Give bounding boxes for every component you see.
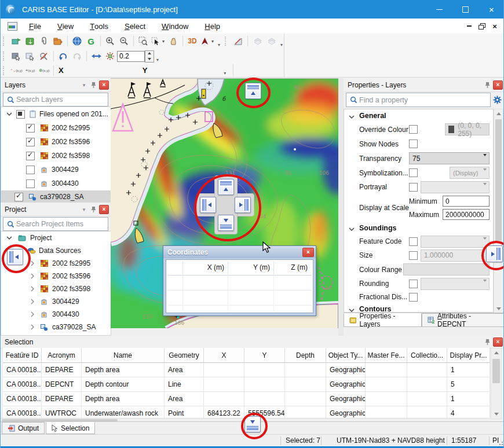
toolbar-overflow-icon[interactable]: ▾ (154, 57, 161, 63)
mdi-document-icon[interactable] (8, 22, 17, 31)
snap-tolerance-icon[interactable] (103, 50, 117, 63)
close-button[interactable]: × (479, 0, 504, 19)
column-feature-id[interactable]: Feature ID (3, 348, 42, 362)
select-by-area-icon[interactable] (23, 50, 37, 63)
minimize-button[interactable] (426, 0, 452, 19)
clear-selection-icon[interactable] (37, 50, 51, 63)
collapse-icon[interactable] (5, 234, 14, 242)
google-earth-icon[interactable]: G (84, 35, 98, 47)
size-input[interactable]: 1.000000 (421, 249, 490, 262)
rounding-checkbox[interactable] (409, 280, 418, 288)
menu-select[interactable]: Select (116, 19, 154, 34)
layer-checkbox[interactable] (16, 110, 25, 119)
column-geometry[interactable]: Geometry (165, 348, 204, 362)
expand-icon[interactable] (28, 285, 37, 293)
new-basefile-icon[interactable] (9, 35, 23, 47)
menu-tools[interactable]: Tools (82, 19, 116, 34)
layer-item-2002-fs2995[interactable]: 2002 fs2995 (1, 121, 111, 135)
selection-vertical-scrollbar[interactable] (491, 348, 502, 419)
table-row[interactable]: CA 00018...DEPCNTDepth contourLineGeogra… (3, 377, 490, 392)
compare-layers-icon[interactable] (250, 35, 264, 47)
splitter[interactable] (338, 78, 344, 336)
collapse-icon[interactable] (5, 110, 14, 118)
export-data-icon[interactable] (51, 35, 65, 47)
project-root-row[interactable]: Project (1, 232, 111, 244)
column-name[interactable]: Name (82, 348, 165, 362)
layer-item-ca379028-SA[interactable]: ca379028_SA (1, 190, 111, 203)
layer-item-3004430[interactable]: 3004430 (1, 177, 111, 190)
show-nodes-checkbox[interactable] (409, 139, 418, 148)
previous-view-icon[interactable] (56, 50, 70, 63)
scrollbar-thumb[interactable] (492, 359, 500, 383)
panel-menu-icon[interactable]: ▾ (79, 207, 89, 212)
layer-checkbox[interactable] (26, 124, 35, 133)
tab-output[interactable]: Output (2, 422, 45, 434)
maximum-input[interactable]: 2000000000 (443, 209, 490, 220)
column-x[interactable]: X (204, 348, 244, 362)
size-checkbox[interactable] (409, 251, 418, 260)
scroll-up-icon[interactable] (494, 109, 503, 118)
property-search[interactable] (346, 93, 491, 107)
layer-item-3004429[interactable]: 3004429 (1, 163, 111, 177)
expand-icon[interactable] (28, 310, 37, 318)
property-settings-gear-icon[interactable] (492, 94, 502, 105)
snap-tolerance-stepper[interactable] (145, 50, 154, 63)
menu-view[interactable]: View (49, 19, 82, 34)
north-arrow-icon[interactable] (199, 35, 210, 47)
pan-icon[interactable] (166, 35, 180, 47)
close-panel-icon[interactable]: × (99, 80, 109, 90)
properties-scrollbar[interactable] (494, 109, 503, 314)
project-item-2002-fs3598[interactable]: 2002 fs3598 (1, 282, 111, 295)
close-panel-icon[interactable]: × (493, 80, 503, 90)
scroll-down-icon[interactable] (491, 410, 501, 418)
coordinate-add-icon[interactable]: +(x,y) (23, 64, 37, 77)
layer-checkbox[interactable] (26, 138, 35, 146)
column-y[interactable]: Y (244, 348, 285, 362)
menu-file[interactable]: File (21, 19, 49, 34)
open-data-icon[interactable] (23, 35, 37, 47)
column-collection[interactable]: Collectio... (407, 348, 447, 362)
pin-icon[interactable] (483, 82, 492, 89)
fit-width-icon[interactable] (89, 50, 103, 63)
expand-icon[interactable] (28, 323, 37, 331)
zoom-in-icon[interactable] (103, 35, 117, 47)
layers-search[interactable] (3, 93, 108, 107)
north-arrow-dropdown-icon[interactable]: ▾ (210, 39, 216, 44)
column-object-type[interactable]: Object Ty... (326, 348, 366, 362)
column-depth[interactable]: Depth (285, 348, 326, 362)
zoom-window-icon[interactable] (136, 35, 150, 47)
property-search-input[interactable] (358, 96, 490, 105)
project-item-ca379028-SA[interactable]: ca379028_SA (1, 321, 111, 333)
next-view-icon[interactable] (70, 50, 84, 63)
tab-selection[interactable]: Selection (46, 422, 95, 434)
scrollbar-thumb[interactable] (495, 119, 502, 241)
feature-code-combo[interactable] (421, 236, 490, 248)
toolbar-grip[interactable] (3, 36, 6, 46)
layer-checkbox[interactable] (26, 179, 35, 188)
zoom-out-icon[interactable] (117, 35, 131, 47)
toolbar-overflow-icon[interactable]: ▾ (216, 42, 222, 47)
maximize-button[interactable] (452, 0, 479, 19)
column-display-priority[interactable]: Display Pr... (447, 348, 490, 362)
layer-checkbox[interactable] (26, 152, 35, 160)
tab-properties-layers[interactable]: Properties - Layers (344, 313, 422, 327)
stepper-up-icon[interactable] (145, 51, 154, 57)
expand-icon[interactable] (28, 272, 37, 280)
coordinate-entry-icon[interactable]: ⌃⌄(x,y) (9, 64, 23, 77)
stepper-down-icon[interactable] (145, 56, 154, 62)
column-master-feature[interactable]: Master Fe... (366, 348, 407, 362)
snap-tolerance-input[interactable] (117, 51, 145, 62)
coordinates-close-icon[interactable]: × (302, 248, 314, 257)
mdi-restore-button[interactable] (476, 21, 488, 31)
layers-search-input[interactable] (15, 95, 111, 104)
toolbar-overflow-icon[interactable]: ▾ (221, 71, 228, 76)
project-search-input[interactable] (15, 219, 111, 229)
select-by-rectangle-icon[interactable] (9, 50, 23, 63)
pin-icon[interactable] (89, 206, 98, 213)
layer-checkbox[interactable] (26, 166, 35, 174)
colour-range-field[interactable] (403, 263, 490, 276)
mdi-minimize-button[interactable] (463, 21, 476, 31)
measure-icon[interactable] (231, 35, 245, 47)
project-item-3004430[interactable]: 3004430 (1, 308, 111, 321)
close-panel-icon[interactable]: × (493, 337, 503, 347)
